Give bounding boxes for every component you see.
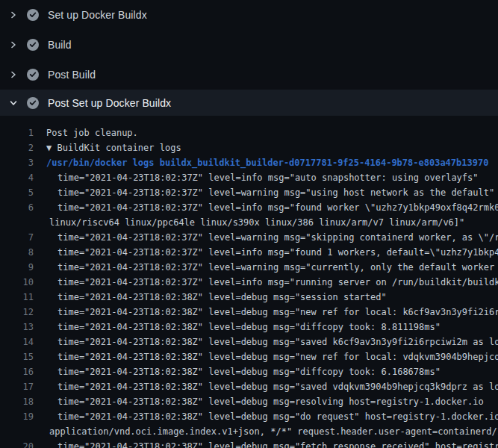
line-number[interactable]: 17 xyxy=(0,379,34,394)
log-line-text: time="2021-04-23T18:02:37Z" level=info m… xyxy=(57,275,498,290)
steps-list: Set up Docker BuildxBuildPost BuildPost … xyxy=(0,0,498,116)
log-line-text: time="2021-04-23T18:02:38Z" level=debug … xyxy=(57,305,498,320)
step-header-post-set-up-docker-buildx[interactable]: Post Set up Docker Buildx xyxy=(0,90,498,116)
log-line: 15time="2021-04-23T18:02:38Z" level=debu… xyxy=(0,349,498,364)
actions-log-viewer: Set up Docker BuildxBuildPost BuildPost … xyxy=(0,0,498,448)
log-line-text: time="2021-04-23T18:02:37Z" level=info m… xyxy=(57,170,479,185)
log-line-text: time="2021-04-23T18:02:38Z" level=debug … xyxy=(57,394,484,409)
log-line: 10time="2021-04-23T18:02:37Z" level=info… xyxy=(0,275,498,290)
check-circle-icon xyxy=(27,69,39,81)
log-line: 5time="2021-04-23T18:02:37Z" level=warni… xyxy=(0,185,498,200)
line-number[interactable]: 2 xyxy=(0,140,34,155)
step-label: Set up Docker Buildx xyxy=(48,9,147,21)
log-line: 9time="2021-04-23T18:02:37Z" level=warni… xyxy=(0,260,498,275)
log-line: 20time="2021-04-23T18:02:38Z" level=debu… xyxy=(0,439,498,448)
line-number[interactable]: 3 xyxy=(0,155,34,170)
log-line-text: Post job cleanup. xyxy=(46,125,138,140)
step-label: Build xyxy=(48,39,72,51)
log-line-continuation: application/vnd.oci.image.index.v1+json,… xyxy=(0,424,498,439)
log-line: 13time="2021-04-23T18:02:38Z" level=debu… xyxy=(0,320,498,335)
line-number[interactable]: 20 xyxy=(0,439,34,448)
line-number[interactable]: 4 xyxy=(0,170,34,185)
step-label: Post Build xyxy=(48,69,96,81)
log-line: 1Post job cleanup. xyxy=(0,125,498,140)
chevron-right-icon xyxy=(9,40,18,49)
line-number xyxy=(0,215,34,230)
log-line-text: application/vnd.oci.image.index.v1+json,… xyxy=(49,424,498,439)
log-line-text: time="2021-04-23T18:02:38Z" level=debug … xyxy=(57,379,498,394)
line-number[interactable]: 6 xyxy=(0,200,34,215)
step-header-build[interactable]: Build xyxy=(0,30,498,60)
line-number[interactable]: 1 xyxy=(0,125,34,140)
log-line-text: time="2021-04-23T18:02:37Z" level=warnin… xyxy=(57,230,498,245)
log-line-text: time="2021-04-23T18:02:38Z" level=debug … xyxy=(57,364,441,379)
log-area: 1Post job cleanup.2▼ BuildKit container … xyxy=(0,116,498,448)
line-number[interactable]: 5 xyxy=(0,185,34,200)
log-line-text: time="2021-04-23T18:02:38Z" level=debug … xyxy=(57,335,498,349)
chevron-down-icon xyxy=(9,99,18,108)
chevron-right-icon xyxy=(9,70,18,79)
line-number[interactable]: 14 xyxy=(0,335,34,349)
step-header-set-up-docker-buildx[interactable]: Set up Docker Buildx xyxy=(0,0,498,30)
line-number xyxy=(0,424,34,439)
log-line: 11time="2021-04-23T18:02:38Z" level=debu… xyxy=(0,290,498,305)
log-line-text: time="2021-04-23T18:02:37Z" level=warnin… xyxy=(57,185,494,200)
line-number[interactable]: 7 xyxy=(0,230,34,245)
step-label: Post Set up Docker Buildx xyxy=(48,97,171,109)
log-line-text: time="2021-04-23T18:02:37Z" level=info m… xyxy=(57,200,498,215)
check-circle-icon xyxy=(27,97,39,109)
line-number[interactable]: 9 xyxy=(0,260,34,275)
check-circle-icon xyxy=(27,9,39,21)
line-number[interactable]: 11 xyxy=(0,290,34,305)
log-line-text: time="2021-04-23T18:02:38Z" level=debug … xyxy=(57,320,441,335)
log-line: 19time="2021-04-23T18:02:38Z" level=debu… xyxy=(0,409,498,424)
log-line: 16time="2021-04-23T18:02:38Z" level=debu… xyxy=(0,364,498,379)
log-line: 18time="2021-04-23T18:02:38Z" level=debu… xyxy=(0,394,498,409)
log-line: 8time="2021-04-23T18:02:37Z" level=info … xyxy=(0,245,498,260)
log-line-text: time="2021-04-23T18:02:38Z" level=debug … xyxy=(57,409,498,424)
step-header-post-build[interactable]: Post Build xyxy=(0,60,498,90)
line-number[interactable]: 8 xyxy=(0,245,34,260)
line-number[interactable]: 13 xyxy=(0,320,34,335)
chevron-right-icon xyxy=(9,10,18,19)
line-number[interactable]: 18 xyxy=(0,394,34,409)
line-number[interactable]: 12 xyxy=(0,305,34,320)
log-line: 17time="2021-04-23T18:02:38Z" level=debu… xyxy=(0,379,498,394)
line-number[interactable]: 15 xyxy=(0,349,34,364)
log-line: 7time="2021-04-23T18:02:37Z" level=warni… xyxy=(0,230,498,245)
log-line-text: time="2021-04-23T18:02:37Z" level=info m… xyxy=(57,245,498,260)
check-circle-icon xyxy=(27,39,39,51)
line-number[interactable]: 19 xyxy=(0,409,34,424)
log-line: 4time="2021-04-23T18:02:37Z" level=info … xyxy=(0,170,498,185)
log-line: 2▼ BuildKit container logs xyxy=(0,140,498,155)
line-number[interactable]: 16 xyxy=(0,364,34,379)
log-line: 12time="2021-04-23T18:02:38Z" level=debu… xyxy=(0,305,498,320)
log-line: 6time="2021-04-23T18:02:37Z" level=info … xyxy=(0,200,498,215)
log-line-text: time="2021-04-23T18:02:37Z" level=warnin… xyxy=(57,260,498,275)
log-line-continuation: linux/riscv64 linux/ppc64le linux/s390x … xyxy=(0,215,498,230)
log-line-text: time="2021-04-23T18:02:38Z" level=debug … xyxy=(57,439,498,448)
log-command-text: /usr/bin/docker logs buildx_buildkit_bui… xyxy=(46,155,488,170)
log-line-text: time="2021-04-23T18:02:38Z" level=debug … xyxy=(57,290,387,305)
log-line: 14time="2021-04-23T18:02:38Z" level=debu… xyxy=(0,335,498,349)
line-number[interactable]: 10 xyxy=(0,275,34,290)
log-line-text: linux/riscv64 linux/ppc64le linux/s390x … xyxy=(49,215,464,230)
log-group-toggle[interactable]: ▼ BuildKit container logs xyxy=(46,140,181,155)
log-line-text: time="2021-04-23T18:02:38Z" level=debug … xyxy=(57,349,498,364)
log-line: 3/usr/bin/docker logs buildx_buildkit_bu… xyxy=(0,155,498,170)
